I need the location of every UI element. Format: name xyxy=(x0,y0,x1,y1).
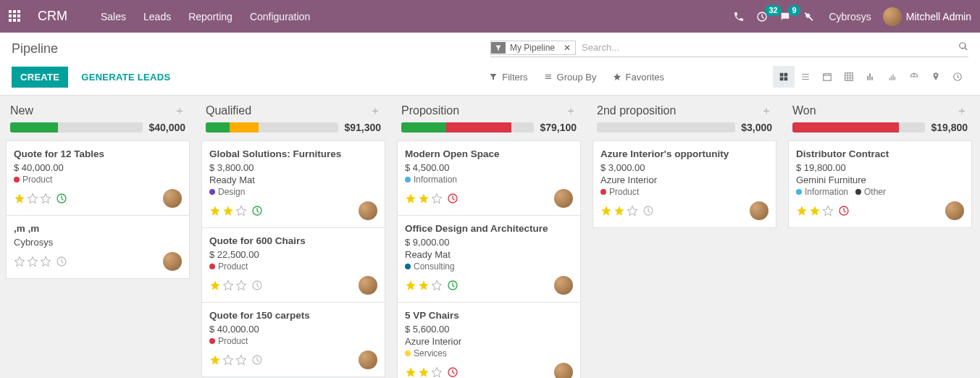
tag[interactable]: Consulting xyxy=(405,261,455,272)
priority-stars[interactable] xyxy=(405,193,443,204)
kanban-card[interactable]: Quote for 12 Tables$ 40,000.00Product xyxy=(6,140,190,216)
assignee-avatar[interactable] xyxy=(554,276,573,295)
star-icon[interactable] xyxy=(27,256,38,267)
star-icon[interactable] xyxy=(809,205,821,217)
activity-icon[interactable] xyxy=(642,205,654,217)
star-icon[interactable] xyxy=(405,366,416,378)
star-icon[interactable] xyxy=(209,205,221,217)
search-icon[interactable] xyxy=(958,41,968,54)
kanban-card[interactable]: ,m ,mCybrosys xyxy=(6,216,190,279)
activity-icon[interactable] xyxy=(447,366,458,378)
priority-stars[interactable] xyxy=(14,193,51,204)
assignee-avatar[interactable] xyxy=(945,201,964,220)
star-icon[interactable] xyxy=(418,193,430,204)
star-icon[interactable] xyxy=(40,256,51,267)
tools-icon[interactable] xyxy=(803,11,814,22)
menu-leads[interactable]: Leads xyxy=(143,11,171,22)
star-icon[interactable] xyxy=(405,193,416,204)
apps-icon[interactable] xyxy=(9,10,22,23)
assignee-avatar[interactable] xyxy=(163,252,182,271)
star-icon[interactable] xyxy=(431,193,443,204)
star-icon[interactable] xyxy=(600,205,612,217)
view-dashboard-icon[interactable] xyxy=(903,66,925,88)
filters-button[interactable]: Filters xyxy=(489,72,527,83)
assignee-avatar[interactable] xyxy=(359,350,377,369)
star-icon[interactable] xyxy=(209,280,221,291)
tag[interactable]: Design xyxy=(209,187,245,197)
star-icon[interactable] xyxy=(405,280,416,291)
kanban-card[interactable]: Distributor Contract$ 19,800.00Gemini Fu… xyxy=(788,140,972,228)
star-icon[interactable] xyxy=(627,205,638,217)
view-list-icon[interactable] xyxy=(795,66,816,88)
activity-icon[interactable] xyxy=(56,256,67,267)
assignee-avatar[interactable] xyxy=(359,201,377,220)
groupby-button[interactable]: Group By xyxy=(544,72,597,83)
user-menu[interactable]: Mitchell Admin xyxy=(883,7,971,26)
star-icon[interactable] xyxy=(209,354,221,366)
column-add-icon[interactable]: ＋ xyxy=(565,105,577,117)
column-title[interactable]: 2nd proposition xyxy=(597,104,761,117)
progress-segment[interactable] xyxy=(10,122,58,133)
progress-segment[interactable] xyxy=(792,122,899,133)
tag[interactable]: Other xyxy=(855,187,886,197)
priority-stars[interactable] xyxy=(14,256,51,267)
column-add-icon[interactable]: ＋ xyxy=(956,105,968,117)
progress-segment[interactable] xyxy=(401,122,446,133)
activity-icon[interactable] xyxy=(838,205,850,217)
tag[interactable]: Services xyxy=(405,348,447,358)
star-icon[interactable] xyxy=(796,205,808,217)
priority-stars[interactable] xyxy=(405,366,443,378)
star-icon[interactable] xyxy=(418,280,430,291)
search-input[interactable] xyxy=(579,40,958,55)
kanban-card[interactable]: Modern Open Space$ 4,500.00Information xyxy=(397,140,581,216)
assignee-avatar[interactable] xyxy=(163,189,182,208)
view-graph-icon[interactable] xyxy=(860,66,881,88)
priority-stars[interactable] xyxy=(209,354,247,366)
kanban-card[interactable]: Azure Interior's opportunity$ 3,000.00Az… xyxy=(592,140,776,228)
tag[interactable]: Product xyxy=(14,175,52,185)
star-icon[interactable] xyxy=(14,193,25,204)
activity-icon[interactable] xyxy=(251,280,263,291)
tag[interactable]: Information xyxy=(405,175,457,185)
assignee-avatar[interactable] xyxy=(554,363,573,378)
progress-segment[interactable] xyxy=(206,122,230,133)
favorites-button[interactable]: Favorites xyxy=(613,72,664,83)
star-icon[interactable] xyxy=(431,280,443,291)
assignee-avatar[interactable] xyxy=(750,201,768,220)
priority-stars[interactable] xyxy=(405,280,443,291)
priority-stars[interactable] xyxy=(209,280,247,291)
view-map-icon[interactable] xyxy=(925,66,947,88)
column-title[interactable]: New xyxy=(10,104,174,117)
tag[interactable]: Product xyxy=(209,336,248,346)
activity-icon[interactable] xyxy=(56,193,67,204)
column-add-icon[interactable]: ＋ xyxy=(174,105,185,117)
view-activity-icon[interactable] xyxy=(947,66,968,88)
column-title[interactable]: Qualified xyxy=(206,104,369,117)
star-icon[interactable] xyxy=(222,354,234,366)
assignee-avatar[interactable] xyxy=(359,276,377,295)
activity-icon[interactable] xyxy=(447,193,458,204)
activity-icon[interactable] xyxy=(251,205,263,217)
tag[interactable]: Information xyxy=(796,187,848,197)
star-icon[interactable] xyxy=(40,193,51,204)
star-icon[interactable] xyxy=(235,354,247,366)
view-cohort-icon[interactable] xyxy=(881,66,903,88)
star-icon[interactable] xyxy=(822,205,834,217)
star-icon[interactable] xyxy=(431,366,443,378)
menu-sales[interactable]: Sales xyxy=(101,11,126,22)
priority-stars[interactable] xyxy=(796,205,834,217)
column-title[interactable]: Proposition xyxy=(401,104,565,117)
search-facet-remove-icon[interactable]: ✕ xyxy=(559,41,575,54)
activities-icon[interactable]: 32 xyxy=(756,11,768,22)
priority-stars[interactable] xyxy=(209,205,247,217)
column-add-icon[interactable]: ＋ xyxy=(761,105,772,117)
kanban-card[interactable]: Quote for 150 carpets$ 40,000.00Product xyxy=(201,303,385,377)
menu-configuration[interactable]: Configuration xyxy=(250,11,310,22)
star-icon[interactable] xyxy=(235,205,247,217)
star-icon[interactable] xyxy=(222,205,234,217)
generate-leads-button[interactable]: GENERATE LEADS xyxy=(72,67,179,88)
star-icon[interactable] xyxy=(222,280,234,291)
tag[interactable]: Product xyxy=(209,261,248,272)
menu-reporting[interactable]: Reporting xyxy=(188,11,233,22)
activity-icon[interactable] xyxy=(251,354,263,366)
